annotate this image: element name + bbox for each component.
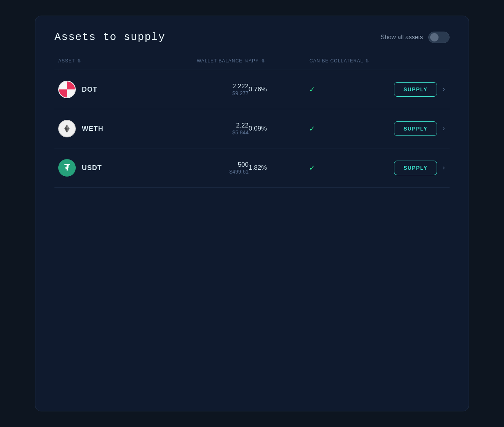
sort-icon-apy: ⇅ xyxy=(261,59,265,64)
collateral-check-weth: ✓ xyxy=(309,124,314,134)
table-header: ASSET WALLET BALANCE ⇅ APY ⇅ CAN BE COLL… xyxy=(54,58,450,70)
col-header-wallet-balance[interactable]: WALLET BALANCE ⇅ xyxy=(165,58,249,64)
assets-to-supply-card: Assets to supply Show all assets ASSET W… xyxy=(35,16,469,411)
col-header-asset[interactable]: ASSET xyxy=(58,58,165,64)
weth-token-icon xyxy=(58,120,76,137)
supply-button-usdt[interactable]: SUPPLY xyxy=(394,161,437,175)
toggle-label: Show all assets xyxy=(381,34,423,41)
collateral-cell-usdt: ✓ xyxy=(309,163,370,173)
apy-cell-weth: 0.09% xyxy=(249,125,309,132)
col-header-collateral[interactable]: CAN BE COLLATERAL ⇅ xyxy=(309,58,370,64)
toggle-container: Show all assets xyxy=(381,32,450,43)
show-all-assets-toggle[interactable] xyxy=(428,32,450,43)
chevron-icon-weth[interactable]: › xyxy=(442,125,446,132)
table-row: WETH 2.22 $5 844 0.09% ✓ SUPPLY › xyxy=(54,109,450,148)
balance-cell-weth: 2.22 $5 844 xyxy=(165,122,249,135)
collateral-cell-weth: ✓ xyxy=(309,124,370,134)
collateral-check-dot: ✓ xyxy=(309,84,314,95)
collateral-cell-dot: ✓ xyxy=(309,84,370,95)
asset-cell-dot: DOT xyxy=(58,81,165,98)
page-title: Assets to supply xyxy=(54,31,165,43)
asset-name-weth: WETH xyxy=(82,125,104,133)
card-header: Assets to supply Show all assets xyxy=(54,31,450,43)
chevron-icon-dot[interactable]: › xyxy=(442,86,446,93)
balance-cell-usdt: 500 $499.61 xyxy=(165,161,249,175)
balance-main-usdt: 500 xyxy=(165,161,249,169)
asset-name-dot: DOT xyxy=(82,86,97,94)
table-row: DOT 2 222 $9 277 0.76% ✓ SUPPLY › xyxy=(54,70,450,109)
sort-icon-collateral: ⇅ xyxy=(365,59,369,64)
dot-token-icon xyxy=(58,81,76,98)
usdt-token-icon: ₮ xyxy=(58,159,76,177)
asset-cell-weth: WETH xyxy=(58,120,165,137)
col-header-apy[interactable]: APY ⇅ xyxy=(249,58,309,64)
chevron-icon-usdt[interactable]: › xyxy=(442,164,446,172)
action-cell-usdt: SUPPLY › xyxy=(370,161,446,175)
balance-usd-usdt: $499.61 xyxy=(165,169,249,175)
toggle-knob xyxy=(430,33,439,41)
table-row: ₮ USDT 500 $499.61 1.82% ✓ SUPPLY › xyxy=(54,148,450,188)
balance-cell-dot: 2 222 $9 277 xyxy=(165,83,249,96)
sort-icon-wallet: ⇅ xyxy=(245,59,249,64)
asset-name-usdt: USDT xyxy=(82,164,102,172)
balance-usd-weth: $5 844 xyxy=(165,129,249,135)
balance-usd-dot: $9 277 xyxy=(165,90,249,96)
apy-cell-usdt: 1.82% xyxy=(249,164,309,172)
supply-button-weth[interactable]: SUPPLY xyxy=(394,121,437,136)
supply-button-dot[interactable]: SUPPLY xyxy=(394,82,437,97)
col-header-action xyxy=(370,58,446,64)
asset-cell-usdt: ₮ USDT xyxy=(58,159,165,177)
action-cell-dot: SUPPLY › xyxy=(370,82,446,97)
collateral-check-usdt: ✓ xyxy=(309,163,314,173)
action-cell-weth: SUPPLY › xyxy=(370,121,446,136)
sort-icon-asset xyxy=(77,59,81,64)
balance-main-weth: 2.22 xyxy=(165,122,249,129)
apy-cell-dot: 0.76% xyxy=(249,86,309,93)
eth-logo xyxy=(62,124,72,134)
balance-main-dot: 2 222 xyxy=(165,83,249,90)
